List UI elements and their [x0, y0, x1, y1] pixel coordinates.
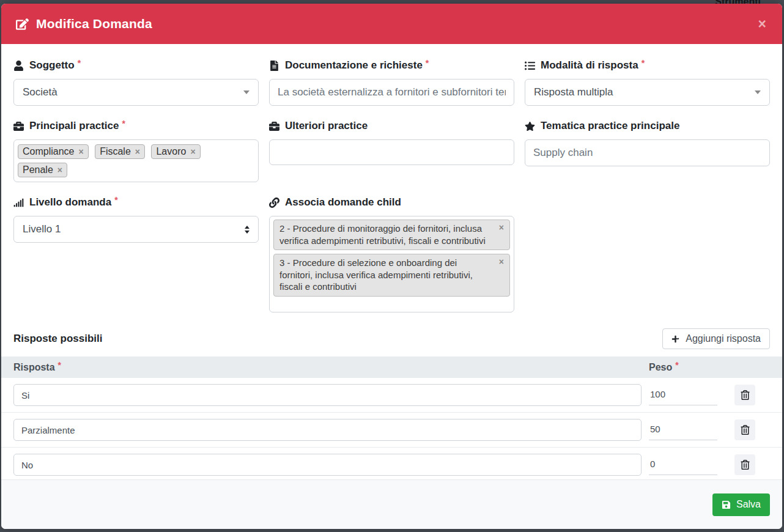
trash-icon: [741, 425, 750, 435]
child-tag: 3 - Procedure di selezione e onboarding …: [273, 254, 510, 297]
peso-input[interactable]: [649, 420, 717, 440]
remove-tag-icon[interactable]: ×: [499, 222, 504, 233]
peso-input[interactable]: [649, 385, 717, 405]
modal-footer: Salva: [1, 479, 782, 529]
tematica-label: Tematica practice principale: [525, 118, 770, 134]
delete-row-button[interactable]: [734, 419, 755, 440]
required-marker: *: [426, 58, 429, 68]
document-icon: [269, 61, 279, 71]
child-tag-label: 2 - Procedure di monitoraggio dei fornit…: [279, 223, 486, 246]
save-icon: [722, 500, 731, 509]
close-button[interactable]: ×: [757, 17, 767, 31]
ulteriori-practice-label: Ulteriori practice: [269, 118, 514, 134]
modalita-label-text: Modalità di risposta: [541, 59, 638, 72]
risposte-section-title: Risposte possibili: [13, 333, 102, 345]
practice-tag-label: Lavoro: [156, 146, 186, 157]
salva-button[interactable]: Salva: [712, 493, 770, 516]
required-marker: *: [58, 360, 61, 370]
field-soggetto: Soggetto * Società: [13, 57, 259, 106]
briefcase-icon: [269, 121, 279, 131]
documentazione-label: Documentazione e richieste *: [269, 57, 514, 73]
briefcase-icon: [13, 121, 24, 131]
risposta-input[interactable]: [13, 419, 642, 441]
star-icon: [525, 121, 535, 131]
livello-label-text: Livello domanda: [29, 196, 111, 209]
field-domande-child: Associa domande child 2 - Procedure di m…: [269, 194, 514, 312]
modalita-label: Modalità di risposta *: [525, 57, 770, 73]
modal-body: Soggetto * Società Documentazione e rich…: [1, 44, 782, 479]
child-tag-label: 3 - Procedure di selezione e onboarding …: [279, 257, 473, 292]
remove-tag-icon[interactable]: ×: [78, 147, 83, 157]
salva-button-label: Salva: [736, 499, 761, 510]
risposta-input[interactable]: [13, 454, 642, 476]
practice-tag-label: Fiscale: [100, 146, 131, 157]
delete-row-button[interactable]: [734, 385, 755, 405]
modifica-domanda-modal: Modifica Domanda × Soggetto * Società: [1, 4, 782, 529]
practice-tag: Fiscale ×: [95, 144, 145, 159]
remove-tag-icon[interactable]: ×: [499, 256, 504, 267]
required-marker: *: [642, 58, 645, 68]
field-tematica: Tematica practice principale: [525, 118, 770, 182]
form-row-1: Soggetto * Società Documentazione e rich…: [1, 57, 782, 118]
principali-practice-multiselect[interactable]: Compliance × Fiscale × Lavoro × Penale ×: [13, 139, 259, 182]
field-livello: Livello domanda * Livello 1: [13, 194, 259, 312]
practice-tag-label: Penale: [23, 164, 53, 175]
user-icon: [13, 61, 24, 71]
domande-child-label-text: Associa domande child: [285, 196, 401, 209]
form-row-2: Principali practice * Compliance × Fisca…: [1, 118, 782, 194]
documentazione-label-text: Documentazione e richieste: [285, 59, 423, 72]
remove-tag-icon[interactable]: ×: [135, 147, 140, 157]
documentazione-input[interactable]: [269, 79, 514, 106]
tematica-label-text: Tematica practice principale: [541, 120, 679, 132]
required-marker: *: [122, 119, 125, 128]
principali-practice-label: Principali practice *: [13, 118, 259, 134]
ulteriori-practice-label-text: Ulteriori practice: [285, 120, 368, 132]
answer-row: [1, 448, 782, 479]
required-marker: *: [675, 360, 678, 370]
soggetto-label: Soggetto *: [13, 57, 259, 73]
trash-icon: [741, 390, 750, 400]
modal-title: Modifica Domanda: [36, 17, 152, 31]
required-marker: *: [78, 58, 81, 68]
modalita-value: Risposta multipla: [534, 86, 613, 98]
child-tag: 2 - Procedure di monitoraggio dei fornit…: [273, 220, 510, 250]
soggetto-select[interactable]: Società: [13, 79, 259, 106]
remove-tag-icon[interactable]: ×: [57, 165, 62, 175]
signal-bars-icon: [13, 198, 24, 208]
practice-tag: Lavoro ×: [151, 144, 200, 159]
link-icon: [269, 198, 279, 208]
peso-input[interactable]: [649, 455, 717, 475]
practice-tag: Penale ×: [18, 163, 67, 177]
plus-icon: [671, 335, 679, 343]
select-arrows-icon: [245, 226, 250, 234]
risposta-column-header: Risposta *: [13, 362, 649, 373]
edit-icon: [16, 18, 29, 31]
aggiungi-risposta-button[interactable]: Aggiungi risposta: [662, 328, 770, 349]
modalita-select[interactable]: Risposta multipla: [525, 79, 770, 106]
remove-tag-icon[interactable]: ×: [190, 147, 195, 157]
form-row-3: Livello domanda * Livello 1 Associa doma…: [1, 194, 782, 325]
list-icon: [525, 61, 535, 71]
livello-label: Livello domanda *: [13, 194, 259, 210]
chevron-down-icon: [243, 91, 250, 94]
delete-row-button[interactable]: [734, 454, 755, 475]
practice-tag: Compliance ×: [18, 144, 89, 159]
livello-value: Livello 1: [23, 223, 61, 235]
field-ulteriori-practice: Ulteriori practice: [269, 118, 514, 182]
risposta-input[interactable]: [13, 384, 642, 406]
field-principali-practice: Principali practice * Compliance × Fisca…: [13, 118, 259, 182]
tematica-input[interactable]: [525, 139, 770, 166]
livello-select[interactable]: Livello 1: [13, 216, 259, 243]
answers-table-header: Risposta * Peso *: [1, 357, 782, 378]
chevron-down-icon: [755, 91, 761, 94]
principali-practice-label-text: Principali practice: [29, 120, 119, 132]
aggiungi-risposta-label: Aggiungi risposta: [686, 333, 761, 344]
ulteriori-practice-multiselect[interactable]: [269, 139, 514, 165]
domande-child-multiselect[interactable]: 2 - Procedure di monitoraggio dei fornit…: [269, 216, 514, 312]
field-documentazione: Documentazione e richieste *: [269, 57, 514, 106]
answer-row: [1, 378, 782, 413]
soggetto-label-text: Soggetto: [29, 59, 75, 72]
field-modalita: Modalità di risposta * Risposta multipla: [525, 57, 770, 106]
domande-child-label: Associa domande child: [269, 194, 514, 210]
modal-header: Modifica Domanda ×: [1, 4, 782, 44]
